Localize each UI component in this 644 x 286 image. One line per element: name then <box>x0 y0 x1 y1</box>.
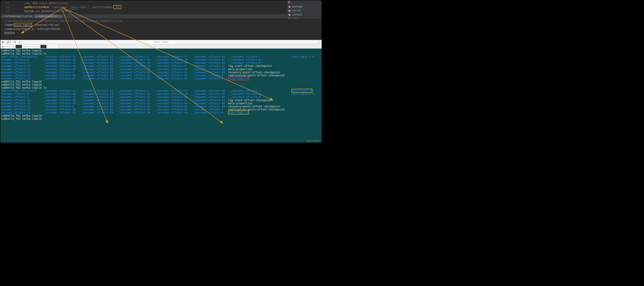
host-input[interactable]: Enter host <box>146 40 176 44</box>
gear-icon <box>288 14 291 16</box>
line-gutter: 60 61 62 ⌄ <box>0 1 11 14</box>
maven-goal-package[interactable]: package <box>288 5 320 9</box>
spring-icon: ❦ <box>2 15 4 18</box>
fold-icon[interactable]: ⌄ <box>8 5 9 8</box>
filter-icon[interactable]: ⇆ <box>1 23 4 27</box>
highlight-susu-topic-0-after: susu-topic-0 <box>228 111 249 114</box>
terminal-session-tabs: ▲susu-43xxxx ✔susu-43xxxx6 (1) <box>0 44 322 49</box>
close-icon[interactable]: ✕ <box>19 40 20 44</box>
console-line: (name=susu-topic-2, internal=false) <box>4 27 320 31</box>
highlight-partition-num: 2); <box>113 5 122 9</box>
gear-icon <box>288 6 291 8</box>
line-number: 62 <box>0 9 9 13</box>
error-triangle-icon: ▲ <box>2 45 4 48</box>
hamburger-icon[interactable]: ≡ <box>288 1 320 5</box>
code-editor[interactable]: 60 61 62 ⌄ //8. 增加 topic 的Partitions add… <box>0 1 322 14</box>
code-body[interactable]: //8. 增加 topic 的Partitions addPartitionNu… <box>11 1 122 14</box>
code-comment: //8. 增加 topic 的Partitions <box>24 2 68 5</box>
term-tab-1[interactable]: ▲susu-43xxxx <box>0 44 25 49</box>
highlight-topic-name: susu-topic <box>14 23 32 27</box>
highlight-susu-topic-0-before: susu-topic-0 <box>228 77 249 80</box>
link-icon[interactable]: 🔗▾ <box>6 40 11 44</box>
gear-icon <box>288 10 291 12</box>
watermark: CSDN @@素素~ <box>306 139 320 142</box>
terminal-toolbar: 🔗▾ ⟳ ✕ Enter host ⛶ <box>0 40 322 44</box>
highlight-susu-topic-1: susu-topic-1 <box>292 89 312 93</box>
java-path: /Library/Java/JavaVirtualMachines/jdk1.8… <box>4 19 320 23</box>
close-icon[interactable]: × <box>59 15 60 18</box>
redacted-host: xxxx <box>16 45 22 48</box>
maven-goal-verify[interactable]: verify <box>288 9 320 13</box>
step-icon[interactable]: ↧ <box>1 19 4 23</box>
console-line: 添加完毕 <box>4 31 320 35</box>
line-number: 60 <box>0 1 9 5</box>
run-console[interactable]: ↧ ⇆ ⸎ /Library/Java/JavaVirtualMachines/… <box>0 19 322 40</box>
fn-name: addPartitionNum <box>24 6 48 9</box>
sync-icon[interactable]: ⟳ <box>14 40 16 44</box>
tab-adminexample1[interactable]: ▤AdminExample1× <box>34 14 62 18</box>
redacted-host: xxxx <box>40 45 47 48</box>
java-file-icon: ▤ <box>36 15 38 18</box>
status-dot-icon <box>2 41 4 43</box>
console-toolbar: ↧ ⇆ ⸎ <box>1 19 4 31</box>
check-icon: ✔ <box>27 45 28 48</box>
term-tab-2[interactable]: ✔susu-43xxxx6 (1) <box>25 44 58 49</box>
settings-icon[interactable]: ⸎ <box>1 28 4 31</box>
prompt: su@hello_TQ1 kafka-logs]$ <box>1 49 42 52</box>
run-tab-bar: ❦KafkaApiApplication ▤AdminExample1× <box>0 14 322 19</box>
terminal[interactable]: su@hello_TQ1 kafka-logs]$ su@hello_TQ1 k… <box>0 49 322 142</box>
maven-goal-install[interactable]: install <box>288 13 320 17</box>
cmd-ls: ls <box>43 52 46 55</box>
expand-icon[interactable]: ⛶ <box>318 40 320 44</box>
tab-kafkaapiapplication[interactable]: ❦KafkaApiApplication <box>0 14 34 18</box>
